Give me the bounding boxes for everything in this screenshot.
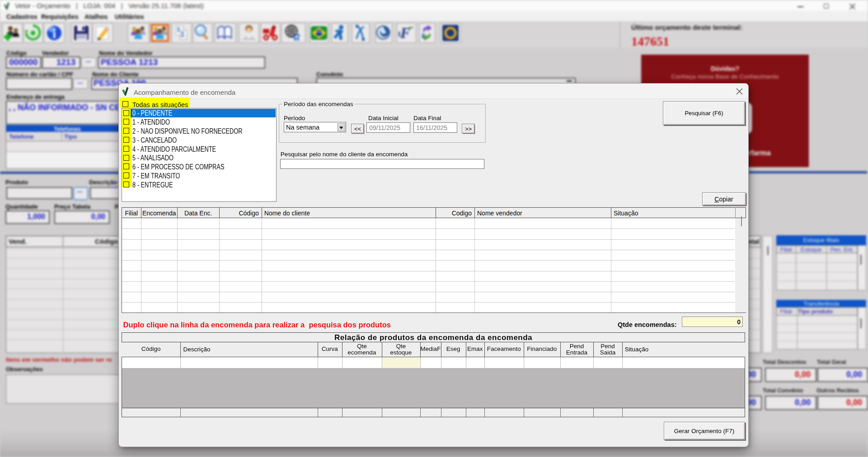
svg-text:i: i [52, 27, 56, 41]
svg-text:F: F [400, 25, 410, 41]
